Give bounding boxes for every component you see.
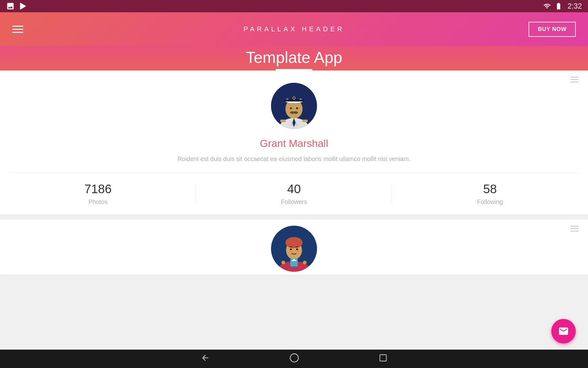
- avatar: [271, 83, 317, 129]
- status-time: 2:32: [567, 2, 582, 10]
- fab-email-button[interactable]: [551, 319, 576, 343]
- app-bar: PARALLAX HEADER BUY NOW: [0, 12, 588, 46]
- svg-rect-5: [280, 120, 286, 122]
- svg-point-19: [285, 237, 303, 248]
- status-bar-left: [6, 2, 28, 10]
- captain-avatar-svg: [271, 83, 317, 129]
- hero-section: Template App: [0, 46, 588, 71]
- stat-following: 58 Following: [392, 182, 588, 205]
- svg-point-13: [293, 111, 298, 114]
- stat-photos: 7186 Photos: [0, 182, 196, 205]
- buy-now-button[interactable]: BUY NOW: [529, 22, 576, 37]
- svg-point-14: [290, 107, 292, 109]
- profile-name: Grant Marshall: [260, 137, 328, 149]
- nav-bar: [0, 350, 588, 368]
- following-count: 58: [483, 182, 497, 196]
- second-card-menu[interactable]: [570, 226, 579, 232]
- hero-title: Template App: [246, 48, 342, 67]
- svg-rect-30: [380, 355, 386, 361]
- content-area: Grant Marshall Roident est duis duis sit…: [0, 71, 588, 350]
- photos-label: Photos: [89, 198, 107, 205]
- svg-point-11: [293, 97, 295, 99]
- home-button[interactable]: [289, 353, 299, 365]
- svg-point-15: [296, 107, 298, 109]
- photos-icon: [6, 2, 15, 10]
- status-bar-right: 2:32: [542, 2, 582, 10]
- profile-bio: Roident est duis duis sit occaecat ea ei…: [178, 154, 410, 163]
- back-button[interactable]: [201, 353, 210, 365]
- second-card: [0, 220, 588, 275]
- profile-top: Grant Marshall Roident est duis duis sit…: [0, 71, 588, 173]
- svg-point-28: [296, 248, 298, 250]
- following-label: Following: [477, 198, 503, 205]
- hotel-staff-avatar-svg: [271, 226, 317, 272]
- battery-icon: [555, 2, 563, 10]
- stats-row: 7186 Photos 40 Followers 58 Following: [0, 173, 588, 215]
- second-card-avatar: [271, 226, 317, 272]
- profile-card: Grant Marshall Roident est duis duis sit…: [0, 71, 588, 215]
- svg-point-25: [281, 261, 285, 264]
- svg-point-27: [290, 248, 292, 250]
- followers-label: Followers: [281, 198, 307, 205]
- wifi-icon: [542, 2, 552, 10]
- app-bar-title: PARALLAX HEADER: [243, 25, 345, 33]
- svg-rect-6: [302, 120, 308, 122]
- hamburger-menu-button[interactable]: [12, 26, 23, 33]
- svg-point-26: [303, 261, 307, 264]
- followers-count: 40: [287, 182, 301, 196]
- svg-point-29: [290, 354, 299, 362]
- email-icon: [558, 326, 569, 337]
- stat-followers: 40 Followers: [196, 182, 392, 205]
- recents-button[interactable]: [379, 354, 387, 364]
- photos-count: 7186: [85, 182, 112, 196]
- svg-rect-9: [284, 99, 304, 102]
- status-bar: 2:32: [0, 0, 588, 12]
- play-store-icon: [19, 2, 28, 10]
- profile-card-menu[interactable]: [570, 77, 579, 82]
